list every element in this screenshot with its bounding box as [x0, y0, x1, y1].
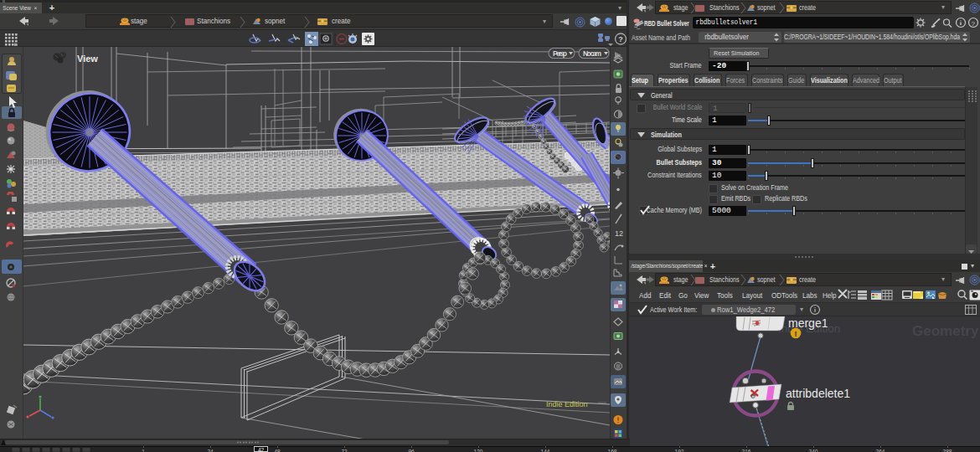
svg-text:216: 216 — [742, 449, 751, 452]
svg-text:264: 264 — [876, 449, 885, 452]
svg-text:48: 48 — [274, 449, 281, 452]
svg-text:?: ? — [972, 20, 976, 28]
svg-text:24: 24 — [207, 449, 214, 452]
svg-text:merge1: merge1 — [788, 316, 828, 330]
svg-text:attribdelete1: attribdelete1 — [786, 387, 850, 400]
svg-text:View: View — [77, 54, 98, 64]
svg-text:12: 12 — [615, 229, 623, 238]
svg-text:Persp: Persp — [553, 49, 567, 58]
svg-text:168: 168 — [608, 449, 617, 452]
svg-text:192: 192 — [675, 449, 684, 452]
svg-text:No cam: No cam — [583, 49, 601, 58]
svg-text:?: ? — [618, 35, 623, 44]
svg-text:288: 288 — [943, 449, 952, 452]
svg-text:96: 96 — [408, 449, 415, 452]
svg-text:144: 144 — [541, 449, 550, 452]
svg-text:240: 240 — [809, 449, 818, 452]
svg-text:120: 120 — [474, 449, 483, 452]
svg-text:!: ! — [795, 330, 797, 338]
svg-text:1: 1 — [142, 449, 145, 452]
svg-text:Indie Edition: Indie Edition — [546, 400, 588, 408]
svg-text:72: 72 — [341, 449, 348, 452]
